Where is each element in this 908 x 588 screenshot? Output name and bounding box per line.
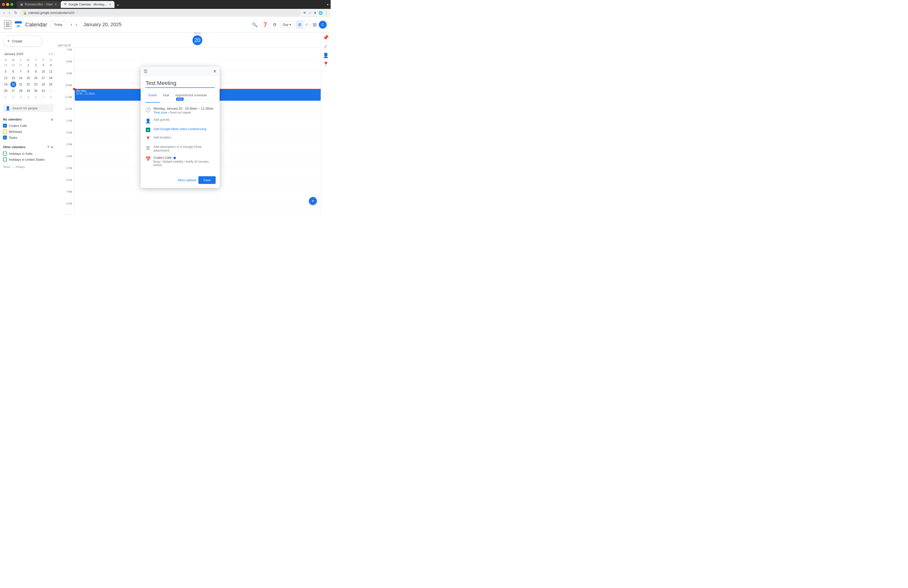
reader-icon[interactable]: 👁 xyxy=(303,11,306,15)
mini-cal-cell[interactable]: 1 xyxy=(48,88,54,94)
hamburger-menu-button[interactable]: ☰ xyxy=(4,20,11,29)
mini-cal-cell[interactable]: 17 xyxy=(40,75,46,81)
event-tab-event[interactable]: Event xyxy=(146,92,159,103)
browser-tab-1[interactable]: 🤖 PomodoroBot – Viam ✕ xyxy=(17,1,60,8)
event-meet-row[interactable]: M Add Google Meet video conferencing xyxy=(146,127,215,132)
mini-cal-today-cell[interactable]: 20 xyxy=(10,81,16,87)
terms-link[interactable]: Terms xyxy=(3,165,10,168)
list-view-button[interactable]: ✓ xyxy=(303,21,311,28)
tab2-close-icon[interactable]: ✕ xyxy=(109,2,111,6)
mini-cal-cell[interactable]: 1 xyxy=(25,62,31,68)
mini-cal-cell[interactable]: 26 xyxy=(3,88,9,94)
search-people-input[interactable]: 👤 Search for people xyxy=(3,105,53,112)
download-icon[interactable]: ⬇ xyxy=(314,11,317,15)
mini-cal-cell[interactable]: 6 xyxy=(33,94,39,100)
add-other-calendar-button[interactable]: + xyxy=(47,144,50,150)
save-event-button[interactable]: Save xyxy=(198,176,216,184)
calendar-item-holidays-us[interactable]: Holidays in United States xyxy=(0,156,56,163)
birthdays-checkbox[interactable] xyxy=(3,130,7,134)
menu-icon[interactable]: ⋮ xyxy=(325,11,328,15)
mini-cal-cell[interactable]: 15 xyxy=(25,75,31,81)
grid-view-button[interactable]: ⊞ xyxy=(296,21,303,28)
mini-cal-cell[interactable]: 8 xyxy=(48,94,54,100)
mini-cal-cell[interactable]: 19 xyxy=(3,81,9,87)
view-selector-dropdown[interactable]: Day ▾ xyxy=(280,21,294,28)
mini-cal-prev-button[interactable]: ‹ xyxy=(49,52,50,56)
today-button[interactable]: Today xyxy=(50,21,66,28)
keep-icon[interactable]: 📌 xyxy=(323,35,329,40)
mini-cal-cell[interactable]: 31 xyxy=(18,62,24,68)
mini-cal-cell[interactable]: 29 xyxy=(3,62,9,68)
mini-cal-cell[interactable]: 21 xyxy=(18,81,24,87)
mini-cal-cell[interactable]: 2 xyxy=(33,62,39,68)
mini-cal-cell[interactable]: 30 xyxy=(10,62,16,68)
event-tab-appointment[interactable]: Appointment schedule New xyxy=(172,92,215,103)
mini-cal-cell[interactable]: 5 xyxy=(25,94,31,100)
mini-cal-cell[interactable]: 3 xyxy=(10,94,16,100)
add-event-button[interactable]: + xyxy=(309,197,317,205)
holidays-india-checkbox[interactable] xyxy=(3,151,7,156)
forward-button[interactable]: › xyxy=(8,10,11,16)
my-calendars-header[interactable]: My calendars ∧ xyxy=(0,115,56,123)
create-event-button[interactable]: + Create xyxy=(3,35,42,47)
tasks-icon[interactable]: ✓ xyxy=(324,43,328,49)
maximize-traffic-light[interactable] xyxy=(10,3,13,6)
calendar-item-birthdays[interactable]: Birthdays xyxy=(0,129,56,135)
url-bar[interactable]: 🔒 calendar.google.com/calendar/u/2/r xyxy=(20,10,301,16)
mini-cal-cell[interactable]: 4 xyxy=(48,62,54,68)
search-button[interactable]: 🔍 xyxy=(250,21,259,28)
event-tab-task[interactable]: Task xyxy=(159,92,172,103)
maps-icon[interactable]: 📍 xyxy=(323,61,329,67)
mini-cal-cell[interactable]: 6 xyxy=(10,69,16,74)
account-icon[interactable]: 🌐 xyxy=(319,11,323,15)
mini-cal-cell[interactable]: 25 xyxy=(48,81,54,87)
tab1-close-icon[interactable]: ✕ xyxy=(54,2,57,6)
calendar-item-holidays-india[interactable]: Holidays in India xyxy=(0,151,56,156)
mini-cal-cell[interactable]: 29 xyxy=(25,88,31,94)
more-options-button[interactable]: More options xyxy=(178,178,196,182)
mini-cal-cell[interactable]: 9 xyxy=(33,69,39,74)
mini-cal-cell[interactable]: 5 xyxy=(3,69,9,74)
event-add-guests-row[interactable]: 👤 Add guests xyxy=(146,118,215,124)
mini-cal-cell[interactable]: 2 xyxy=(3,94,9,100)
calendar-item-tasks[interactable]: ✓ Tasks xyxy=(0,135,56,140)
mini-cal-cell[interactable]: 30 xyxy=(33,88,39,94)
tasks-checkbox[interactable]: ✓ xyxy=(3,135,7,140)
user-avatar[interactable]: C xyxy=(319,21,327,29)
minimize-traffic-light[interactable] xyxy=(6,3,9,6)
event-location-row[interactable]: 📍 Add location xyxy=(146,135,215,142)
mini-cal-cell[interactable]: 4 xyxy=(18,94,24,100)
coders-cafe-checkbox[interactable]: ✓ xyxy=(3,124,7,127)
close-traffic-light[interactable] xyxy=(2,3,5,6)
back-button[interactable]: ‹ xyxy=(2,10,6,16)
settings-button[interactable]: ⚙ xyxy=(271,21,278,28)
mini-cal-next-button[interactable]: › xyxy=(52,52,53,56)
prev-period-button[interactable]: ‹ xyxy=(69,21,74,28)
mini-cal-cell[interactable]: 27 xyxy=(10,88,16,94)
event-description-row[interactable]: ☰ Add description or a Google Drive atta… xyxy=(146,145,215,152)
mini-cal-cell[interactable]: 24 xyxy=(40,81,46,87)
holidays-us-checkbox[interactable] xyxy=(3,158,7,161)
privacy-link[interactable]: Privacy xyxy=(16,165,25,168)
mini-cal-cell[interactable]: 16 xyxy=(33,75,39,81)
other-calendars-header[interactable]: Other calendars + ∧ xyxy=(0,142,56,151)
mini-cal-cell[interactable]: 3 xyxy=(40,62,46,68)
mini-cal-cell[interactable]: 8 xyxy=(25,69,31,74)
event-title-input[interactable] xyxy=(146,80,215,88)
bookmark-icon[interactable]: ☆ xyxy=(308,11,312,15)
browser-tab-2[interactable]: 📅 Google Calendar - Monday,... ✕ xyxy=(61,1,115,8)
mini-cal-cell[interactable]: 22 xyxy=(25,81,31,87)
tab-dropdown-icon[interactable]: ▾ xyxy=(327,3,328,6)
google-apps-button[interactable]: ⊞ xyxy=(312,22,317,27)
mini-cal-cell[interactable]: 14 xyxy=(18,75,24,81)
calendar-item-coders-cafe[interactable]: ✓ Coders Cafe xyxy=(0,123,56,129)
reload-button[interactable]: ↻ xyxy=(13,10,18,16)
popup-close-button[interactable]: ✕ xyxy=(213,69,217,74)
next-period-button[interactable]: › xyxy=(74,21,79,28)
mini-cal-cell[interactable]: 28 xyxy=(18,88,24,94)
mini-cal-cell[interactable]: 23 xyxy=(33,81,39,87)
mini-cal-cell[interactable]: 10 xyxy=(40,69,46,74)
mini-cal-cell[interactable]: 7 xyxy=(40,94,46,100)
mini-cal-cell[interactable]: 18 xyxy=(48,75,54,81)
contacts-icon[interactable]: 👤 xyxy=(323,52,329,58)
